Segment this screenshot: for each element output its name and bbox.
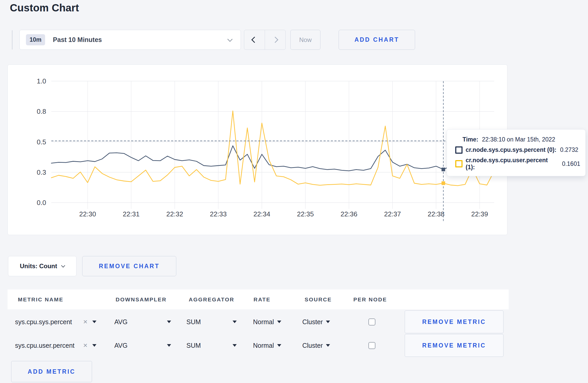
- time-range-dropdown[interactable]: 10m Past 10 Minutes: [19, 30, 241, 50]
- units-dropdown[interactable]: Units: Count: [8, 256, 76, 276]
- svg-text:0.0: 0.0: [37, 199, 46, 207]
- rate-value: Normal: [253, 318, 274, 326]
- source-value: Cluster: [302, 342, 323, 349]
- tooltip-time-value: 22:38:10 on Mar 15th, 2022: [482, 136, 555, 143]
- user-percent-legend-icon: [455, 160, 463, 167]
- toolbar-divider: [12, 30, 12, 49]
- tooltip-series-row: cr.node.sys.cpu.user.percent (1): 0.1601: [455, 157, 580, 171]
- tooltip-series-label: cr.node.sys.cpu.sys.percent (0):: [466, 146, 556, 153]
- page-title: Custom Chart: [10, 2, 79, 14]
- cpu-usage-line-chart[interactable]: 22:3022:3122:3222:3322:3422:3522:3622:37…: [8, 65, 507, 235]
- tooltip-series-row: cr.node.sys.cpu.sys.percent (0): 0.2732: [455, 146, 580, 154]
- svg-text:22:34: 22:34: [253, 210, 270, 218]
- per-node-cell: [368, 310, 375, 333]
- metric-name-dropdown-caret[interactable]: [92, 334, 96, 357]
- downsampler-select[interactable]: AVG: [114, 334, 128, 357]
- next-timespan-button[interactable]: [265, 30, 285, 49]
- clear-metric-icon[interactable]: ×: [83, 334, 87, 357]
- sys-percent-legend-icon: [455, 146, 463, 154]
- now-button[interactable]: Now: [290, 30, 320, 50]
- tooltip-time-label: Time:: [463, 136, 478, 143]
- header-downsampler: DOWNSAMPLER: [116, 289, 167, 309]
- header-metric-name: METRIC NAME: [18, 289, 64, 309]
- chevron-down-icon: [227, 37, 233, 42]
- downsampler-caret[interactable]: [167, 310, 171, 333]
- svg-text:1.0: 1.0: [37, 77, 46, 85]
- svg-text:0.5: 0.5: [37, 138, 46, 146]
- triangle-down-icon: [233, 321, 237, 323]
- svg-text:22:36: 22:36: [340, 210, 357, 218]
- svg-text:22:39: 22:39: [471, 210, 488, 218]
- header-per-node: PER NODE: [353, 289, 387, 309]
- aggregator-select[interactable]: SUM: [186, 334, 201, 357]
- previous-timespan-button[interactable]: [244, 30, 265, 49]
- source-select[interactable]: Cluster: [302, 334, 330, 357]
- rate-select[interactable]: Normal: [253, 310, 281, 333]
- remove-metric-button[interactable]: REMOVE METRIC: [405, 310, 503, 333]
- remove-chart-button[interactable]: REMOVE CHART: [82, 256, 176, 276]
- triangle-down-icon: [167, 321, 171, 323]
- aggregator-caret[interactable]: [233, 334, 237, 357]
- rate-select[interactable]: Normal: [253, 334, 281, 357]
- svg-text:0.8: 0.8: [37, 108, 46, 115]
- source-value: Cluster: [302, 318, 323, 326]
- time-range-label: Past 10 Minutes: [53, 36, 102, 44]
- header-aggregator: AGGREGATOR: [189, 289, 234, 309]
- metrics-table-header: METRIC NAME DOWNSAMPLER AGGREGATOR RATE …: [8, 289, 509, 309]
- metric-name-dropdown-caret[interactable]: [92, 310, 96, 333]
- metric-row: sys.cpu.user.percent × AVG SUM Normal Cl…: [8, 334, 509, 357]
- chevron-left-icon: [251, 37, 257, 43]
- source-select[interactable]: Cluster: [302, 310, 330, 333]
- downsampler-caret[interactable]: [167, 334, 171, 357]
- add-chart-button[interactable]: ADD CHART: [339, 30, 415, 50]
- metric-row: sys.cpu.sys.percent × AVG SUM Normal Clu…: [8, 310, 509, 333]
- triangle-down-icon: [326, 344, 330, 347]
- triangle-down-icon: [277, 321, 281, 323]
- clear-metric-icon[interactable]: ×: [83, 310, 87, 333]
- custom-chart-panel[interactable]: 22:3022:3122:3222:3322:3422:3522:3622:37…: [8, 65, 507, 235]
- triangle-down-icon: [326, 321, 330, 323]
- svg-text:22:32: 22:32: [166, 210, 183, 218]
- aggregator-select[interactable]: SUM: [186, 310, 201, 333]
- triangle-down-icon: [92, 344, 96, 347]
- triangle-down-icon: [277, 344, 281, 347]
- downsampler-select[interactable]: AVG: [114, 310, 128, 333]
- tooltip-time-row: Time: 22:38:10 on Mar 15th, 2022: [455, 136, 580, 143]
- svg-text:22:37: 22:37: [384, 210, 401, 218]
- svg-text:22:38: 22:38: [428, 210, 444, 218]
- units-label: Units: Count: [20, 263, 57, 270]
- add-metric-button[interactable]: ADD METRIC: [11, 361, 92, 382]
- svg-text:22:33: 22:33: [210, 210, 227, 218]
- custom-chart-page: Custom Chart 10m Past 10 Minutes Now ADD…: [0, 0, 588, 383]
- aggregator-caret[interactable]: [233, 310, 237, 333]
- per-node-cell: [368, 334, 375, 357]
- time-range-badge: 10m: [26, 34, 45, 45]
- svg-text:22:31: 22:31: [123, 210, 139, 218]
- rate-value: Normal: [253, 342, 274, 349]
- svg-text:0.3: 0.3: [37, 168, 46, 176]
- per-node-checkbox[interactable]: [368, 318, 375, 325]
- tooltip-series-label: cr.node.sys.cpu.user.percent (1):: [466, 157, 558, 171]
- header-rate: RATE: [254, 289, 271, 309]
- remove-metric-button[interactable]: REMOVE METRIC: [405, 334, 503, 357]
- chart-hover-tooltip: Time: 22:38:10 on Mar 15th, 2022 cr.node…: [447, 129, 586, 176]
- metric-name-value[interactable]: sys.cpu.sys.percent: [15, 310, 72, 333]
- svg-text:22:30: 22:30: [79, 210, 96, 218]
- triangle-down-icon: [167, 344, 171, 347]
- chevron-right-icon: [272, 37, 278, 43]
- tooltip-series-value: 0.2732: [560, 146, 578, 153]
- time-range-pager: [244, 30, 286, 50]
- tooltip-series-value: 0.1601: [562, 160, 580, 167]
- per-node-checkbox[interactable]: [368, 342, 375, 349]
- triangle-down-icon: [92, 321, 96, 323]
- chevron-down-icon: [61, 263, 65, 267]
- triangle-down-icon: [233, 344, 237, 347]
- svg-text:22:35: 22:35: [297, 210, 314, 218]
- metric-name-value[interactable]: sys.cpu.user.percent: [15, 334, 74, 357]
- header-source: SOURCE: [305, 289, 332, 309]
